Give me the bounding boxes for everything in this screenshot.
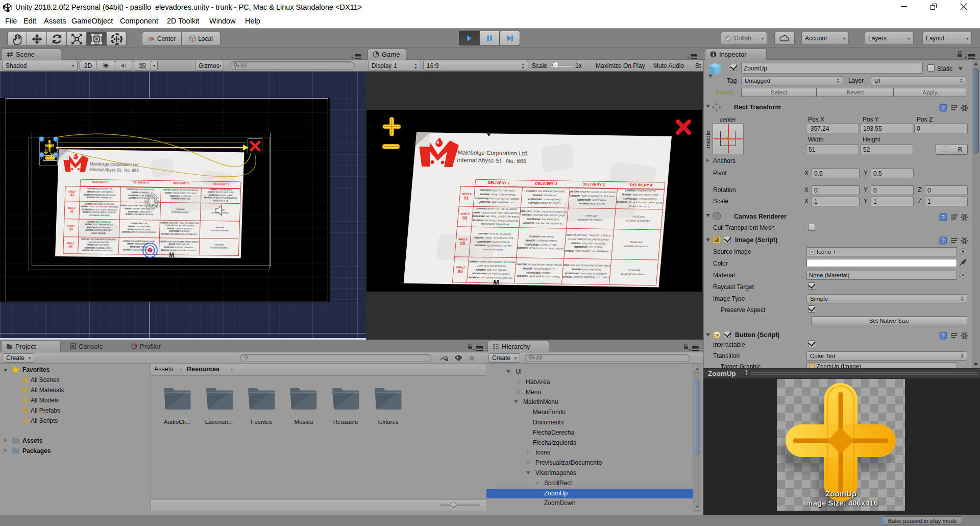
svg-text:OK: OK (715, 333, 720, 337)
svg-text:?: ? (942, 214, 945, 220)
svg-text:?: ? (942, 333, 945, 339)
svg-text:?: ? (942, 105, 945, 111)
svg-text:?: ? (942, 238, 945, 244)
